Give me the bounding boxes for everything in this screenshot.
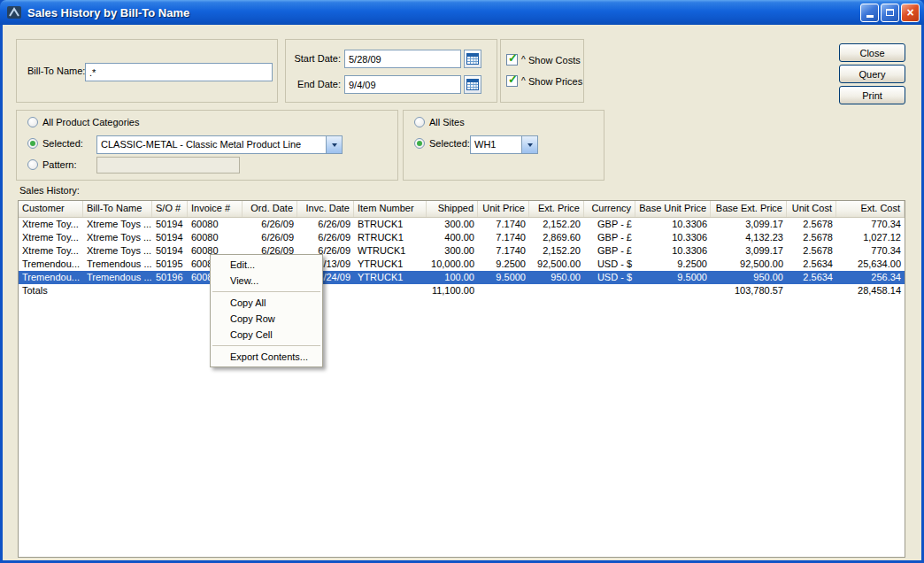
cell-ord-date[interactable]: 6/26/09 <box>243 231 297 244</box>
dropdown-arrow-button[interactable] <box>521 136 537 153</box>
cell-ext-cost[interactable]: 770.34 <box>836 218 905 231</box>
column-header-shipped[interactable]: Shipped <box>427 201 478 217</box>
end-date-calendar-button[interactable] <box>464 75 481 94</box>
column-header-currency[interactable]: Currency <box>584 201 635 217</box>
selected-site-radio[interactable] <box>414 138 425 149</box>
cell-customer[interactable]: Xtreme Toy... <box>19 244 83 258</box>
column-header-customer[interactable]: Customer <box>19 201 83 217</box>
menu-item-copy-cell[interactable]: Copy Cell <box>211 327 322 343</box>
cell-ext-cost[interactable]: 25,634.00 <box>836 258 905 271</box>
selected-category-radio[interactable] <box>27 138 38 149</box>
cell-currency[interactable]: USD - $ <box>584 271 635 284</box>
cell-unit-price[interactable]: 7.1740 <box>478 231 529 244</box>
cell-base-ext-price[interactable]: 3,099.17 <box>711 244 787 258</box>
cell-base-ext-price[interactable]: 92,500.00 <box>711 258 787 271</box>
cell-item-number[interactable]: YTRUCK1 <box>354 271 427 284</box>
cell-invc-date[interactable]: 6/26/09 <box>297 231 354 244</box>
cell-ext-price[interactable]: 2,152.20 <box>529 218 584 231</box>
pattern-input[interactable] <box>96 157 240 174</box>
cell-unit-price[interactable]: 9.2500 <box>478 258 529 271</box>
cell-unit-cost[interactable]: 2.5678 <box>787 244 836 258</box>
bill-to-name-input[interactable] <box>85 63 273 81</box>
cell-base-unit-price[interactable]: 10.3306 <box>635 231 711 244</box>
cell-invoice-[interactable]: 60080 <box>188 231 243 244</box>
cell-item-number[interactable]: BTRUCK1 <box>354 218 427 231</box>
column-header-bill-to-name[interactable]: Bill-To Name <box>83 201 152 217</box>
cell-ext-price[interactable]: 2,152.20 <box>529 244 584 258</box>
end-date-input[interactable] <box>344 75 461 94</box>
cell-s-o-[interactable]: 50195 <box>152 258 188 271</box>
column-header-unit-price[interactable]: Unit Price <box>478 201 529 217</box>
all-sites-radio[interactable] <box>414 117 425 127</box>
print-button[interactable]: Print <box>839 86 905 104</box>
cell-unit-price[interactable]: 7.1740 <box>478 218 529 231</box>
column-header-item-number[interactable]: Item Number <box>354 201 427 217</box>
cell-unit-price[interactable]: 9.5000 <box>478 271 529 284</box>
cell-shipped[interactable]: 300.00 <box>427 218 478 231</box>
cell-base-unit-price[interactable]: 9.5000 <box>635 271 711 284</box>
table-row[interactable]: Tremendou...Tremendous ...50195600818/13… <box>19 258 905 271</box>
cell-item-number[interactable]: RTRUCK1 <box>354 231 427 244</box>
table-row[interactable]: Xtreme Toy...Xtreme Toys ...50194600806/… <box>19 218 905 231</box>
table-row[interactable]: Xtreme Toy...Xtreme Toys ...50194600806/… <box>19 244 905 258</box>
app-icon[interactable] <box>6 4 22 20</box>
cell-unit-cost[interactable]: 2.5634 <box>787 258 836 271</box>
cell-currency[interactable]: GBP - £ <box>584 244 635 258</box>
cell-base-unit-price[interactable]: 10.3306 <box>635 244 711 258</box>
cell-customer[interactable]: Xtreme Toy... <box>19 231 83 244</box>
cell-unit-cost[interactable]: 2.5678 <box>787 218 836 231</box>
table-row[interactable]: Tremendou...Tremendous ...50196600828/24… <box>19 271 905 284</box>
cell-item-number[interactable]: WTRUCK1 <box>354 244 427 258</box>
cell-ext-price[interactable]: 2,869.60 <box>529 231 584 244</box>
cell-bill-to-name[interactable]: Tremendous ... <box>83 271 152 284</box>
cell-unit-cost[interactable]: 2.5634 <box>787 271 836 284</box>
column-header-ord-date[interactable]: Ord. Date <box>243 201 297 217</box>
column-header-unit-cost[interactable]: Unit Cost <box>787 201 836 217</box>
cell-ext-cost[interactable]: 256.34 <box>836 271 905 284</box>
column-header-ext-cost[interactable]: Ext. Cost <box>836 201 905 217</box>
cell-base-ext-price[interactable]: 950.00 <box>711 271 787 284</box>
cell-currency[interactable]: GBP - £ <box>584 218 635 231</box>
cell-bill-to-name[interactable]: Xtreme Toys ... <box>83 244 152 258</box>
menu-item-export-contents[interactable]: Export Contents... <box>211 349 322 365</box>
dropdown-arrow-button[interactable] <box>326 136 342 153</box>
menu-item-edit[interactable]: Edit... <box>211 257 322 273</box>
column-header-s-o-[interactable]: S/O # <box>152 201 188 217</box>
close-window-button[interactable]: × <box>901 4 920 22</box>
cell-bill-to-name[interactable]: Xtreme Toys ... <box>83 231 152 244</box>
cell-bill-to-name[interactable]: Xtreme Toys ... <box>83 218 152 231</box>
start-date-calendar-button[interactable] <box>464 50 481 68</box>
cell-shipped[interactable]: 300.00 <box>427 244 478 258</box>
cell-s-o-[interactable]: 50194 <box>152 231 188 244</box>
column-header-base-unit-price[interactable]: Base Unit Price <box>635 201 711 217</box>
cell-s-o-[interactable]: 50194 <box>152 218 188 231</box>
cell-shipped[interactable]: 100.00 <box>427 271 478 284</box>
query-button[interactable]: Query <box>839 65 905 83</box>
cell-customer[interactable]: Xtreme Toy... <box>19 218 83 231</box>
cell-ext-cost[interactable]: 1,027.12 <box>836 231 905 244</box>
cell-shipped[interactable]: 400.00 <box>427 231 478 244</box>
cell-unit-cost[interactable]: 2.5678 <box>787 231 836 244</box>
pattern-radio[interactable] <box>27 159 38 170</box>
title-bar[interactable]: Sales History by Bill-To Name × <box>0 0 924 25</box>
cell-ext-cost[interactable]: 770.34 <box>836 244 905 258</box>
show-prices-checkbox[interactable]: ✓ <box>506 75 518 87</box>
cell-s-o-[interactable]: 50196 <box>152 271 188 284</box>
cell-base-unit-price[interactable]: 9.2500 <box>635 258 711 271</box>
cell-invc-date[interactable]: 6/26/09 <box>297 218 354 231</box>
cell-s-o-[interactable]: 50194 <box>152 244 188 258</box>
cell-ord-date[interactable]: 6/26/09 <box>243 218 297 231</box>
cell-customer[interactable]: Tremendou... <box>19 258 83 271</box>
cell-base-unit-price[interactable]: 10.3306 <box>635 218 711 231</box>
start-date-input[interactable] <box>344 50 461 68</box>
cell-invoice-[interactable]: 60080 <box>188 218 243 231</box>
column-header-invc-date[interactable]: Invc. Date <box>297 201 354 217</box>
menu-item-copy-all[interactable]: Copy All <box>211 295 322 311</box>
table-row[interactable]: Xtreme Toy...Xtreme Toys ...50194600806/… <box>19 231 905 244</box>
minimize-button[interactable] <box>860 4 879 22</box>
column-header-ext-price[interactable]: Ext. Price <box>529 201 584 217</box>
maximize-button[interactable] <box>881 4 899 22</box>
cell-item-number[interactable]: YTRUCK1 <box>354 258 427 271</box>
site-dropdown[interactable]: WH1 <box>470 135 538 154</box>
product-category-dropdown[interactable]: CLASSIC-METAL - Classic Metal Product Li… <box>96 135 343 154</box>
